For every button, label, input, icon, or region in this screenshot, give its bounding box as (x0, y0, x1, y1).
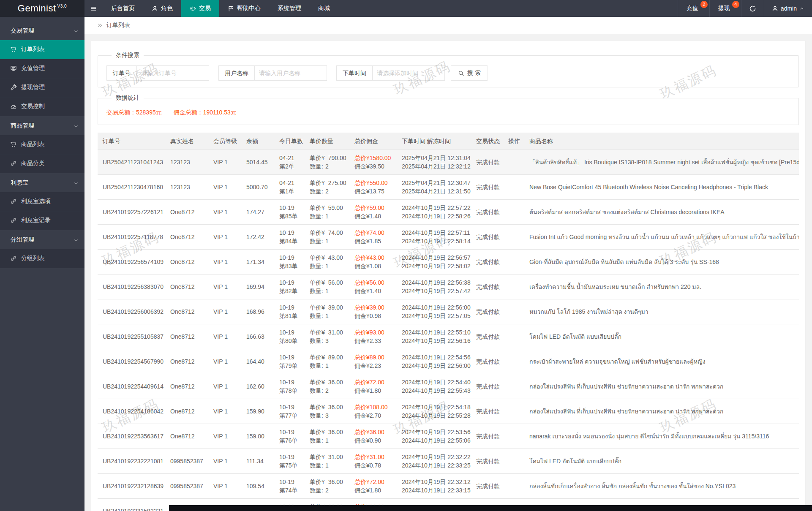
vip-level-cell: VIP 1 (208, 349, 241, 374)
total-commission-cell: 总价¥56.00 佣金¥1.40 (349, 275, 397, 299)
nav-item-trade[interactable]: 交易 (181, 0, 219, 17)
order-id-cell: UB2410192231592221 (98, 499, 165, 511)
vip-level-cell: VIP 1 (208, 449, 241, 474)
sidebar-item-withdraw-mgmt[interactable]: 提现管理 (0, 78, 84, 97)
order-id-cell: UB2410192257118778 (98, 225, 165, 250)
sidebar-item-order-list[interactable]: 订单列表 (0, 40, 84, 59)
col-actions: 操作 (503, 133, 524, 150)
sidebar-group-label: 分组管理 (11, 236, 34, 244)
status-cell: 完成付款 (471, 374, 503, 399)
sidebar-item-group-list[interactable]: 分组列表 (0, 249, 84, 268)
page-title: 订单列表 (106, 22, 130, 29)
sidebar-group-trade-header[interactable]: 交易管理 (0, 21, 84, 40)
nav-item-help-center[interactable]: 帮助中心 (219, 0, 269, 17)
link-icon (10, 198, 17, 205)
stats-fieldset: 数据统计 交易总额：528395元 佣金总额：190110.53元 (98, 94, 799, 125)
status-cell: 完成付款 (471, 324, 503, 349)
unit-price-cell: 单价¥39.00 数量:1 (305, 299, 349, 324)
time-cell: 2024年10月19日 22:55:102024年10月19日 22:56:16 (397, 324, 471, 349)
balance-cell: 174.27 (241, 200, 274, 225)
username: admin (781, 5, 797, 12)
order-row: UB2410192232221081 0995852387 VIP 1 111.… (98, 449, 799, 474)
topbar-right: 充值2 提现4 admin (678, 0, 812, 17)
product-cell: กระเป๋าผ้าสะพายใหล่ ความจุขนาดใหญ่ แฟชั่… (524, 349, 799, 374)
nav-item-roles[interactable]: 角色 (143, 0, 181, 17)
product-cell: โคมไฟ LED อัตโนมัติ แบบเสียบปลั๊ก (524, 324, 799, 349)
user-menu[interactable]: admin (764, 0, 812, 17)
sidebar-item-product-category[interactable]: 商品分类 (0, 154, 84, 173)
withdraw-button[interactable]: 提现4 (709, 0, 741, 17)
content-card: 条件搜索 订单号 用户名称 下单时间 搜 索 (91, 41, 806, 511)
withdraw-badge: 4 (732, 1, 739, 8)
order-id-cell: UB2410192254186042 (98, 399, 165, 424)
unit-price-cell: 单价¥790.00 数量:2 (305, 150, 349, 175)
sidebar-item-interest-records[interactable]: 利息宝记录 (0, 211, 84, 230)
order-id-cell: UB2410192256006392 (98, 299, 165, 324)
total-commission-cell: 总价¥74.00 佣金¥1.85 (349, 225, 397, 250)
order-no-input[interactable] (136, 65, 209, 81)
sidebar-group-products: 商品管理 商品列表 商品分类 (0, 116, 84, 173)
sidebar-group-label: 利息宝 (11, 179, 28, 187)
product-cell: ต้นคริสต์มาส ดอกคริสต์มาส ของแต่งคริสต์ม… (524, 200, 799, 225)
unit-price-cell: 单价¥36.00 数量:2 (305, 474, 349, 499)
nav-label: 商城 (318, 5, 330, 12)
total-commission-cell: 总价¥550.00 佣金¥13.75 (349, 175, 397, 200)
sidebar-item-trade-control[interactable]: 交易控制 (0, 97, 84, 116)
sidebar-item-product-list[interactable]: 商品列表 (0, 135, 84, 154)
recharge-button[interactable]: 充值2 (678, 0, 709, 17)
real-name-cell: One8712 (165, 299, 208, 324)
gauge-icon (10, 103, 17, 110)
sidebar-group-products-header[interactable]: 商品管理 (0, 116, 84, 135)
double-chevron-icon (97, 22, 103, 28)
unit-price-cell: 单价¥36.00 数量:2 (305, 374, 349, 399)
balance-cell: 111.34 (241, 449, 274, 474)
unit-price-cell: 单价¥275.00 数量:2 (305, 175, 349, 200)
total-commission-cell: 总价¥39.00 佣金¥0.98 (349, 299, 397, 324)
sidebar-item-label: 提现管理 (21, 84, 45, 91)
search-button[interactable]: 搜 索 (451, 65, 488, 81)
real-name-cell: 123123 (165, 150, 208, 175)
sidebar-item-recharge-mgmt[interactable]: 充值管理 (0, 59, 84, 78)
product-cell: เครื่องทำความชื้น น้ำมันหอมระเหย ขนาดเล็… (524, 275, 799, 299)
today-orders-cell: 04-21第1单 (274, 175, 305, 200)
col-today-orders: 今日单数 (274, 133, 305, 150)
unit-price-cell: 单价¥36.00 数量:1 (305, 424, 349, 449)
time-cell: 2024年10月19日 22:54:182024年10月19日 22:55:28 (397, 399, 471, 424)
order-time-input[interactable] (372, 65, 445, 81)
recharge-badge: 2 (700, 1, 708, 8)
menu-toggle-button[interactable] (84, 0, 103, 17)
today-orders-cell: 10-19第81单 (274, 299, 305, 324)
col-balance: 余额 (241, 133, 274, 150)
username-input[interactable] (254, 65, 327, 81)
sidebar-group-interest-header[interactable]: 利息宝 (0, 173, 84, 192)
order-id-cell: UB2410192257226121 (98, 200, 165, 225)
product-cell: กล่องลิ้นชักเก็บเครื่องสำอาง ลิ้นชัก กล่… (524, 474, 799, 499)
chevron-up-icon (799, 6, 804, 11)
nav-item-dashboard[interactable]: 后台首页 (103, 0, 143, 17)
action-cell (503, 150, 524, 175)
sidebar-group-groups-header[interactable]: 分组管理 (0, 230, 84, 249)
balance-cell: 109.54 (241, 474, 274, 499)
today-orders-cell: 10-19第83单 (274, 250, 305, 275)
refresh-button[interactable] (741, 0, 764, 17)
nav-item-system[interactable]: 系统管理 (269, 0, 310, 17)
username-group: 用户名称 (218, 65, 327, 81)
col-status: 交易状态 (471, 133, 503, 150)
product-cell: Gion-ที่ลับมีด อุปกรณ์ลับมีด หินลับมีด แ… (524, 250, 799, 275)
sidebar-group-groups: 分组管理 分组列表 (0, 230, 84, 268)
trade-total: 交易总额：528395元 (106, 109, 162, 117)
total-commission-cell: 总价¥93.00 佣金¥2.33 (349, 324, 397, 349)
search-legend: 条件搜索 (112, 52, 144, 59)
withdraw-label: 提现 (718, 5, 730, 12)
order-row: UB2410192257118778 One8712 VIP 1 172.42 … (98, 225, 799, 250)
real-name-cell: One8712 (165, 424, 208, 449)
today-orders-cell: 10-19第74单 (274, 474, 305, 499)
horizontal-scrollbar[interactable] (169, 505, 812, 511)
today-orders-cell: 10-19第80单 (274, 324, 305, 349)
nav-item-mall[interactable]: 商城 (310, 0, 338, 17)
balance-cell: 159.00 (241, 424, 274, 449)
order-row: UB2410192254409614 One8712 VIP 1 162.60 … (98, 374, 799, 399)
sidebar-group-label: 交易管理 (11, 27, 34, 35)
sidebar-item-interest-options[interactable]: 利息宝选项 (0, 192, 84, 211)
nav-label: 后台首页 (111, 5, 135, 12)
